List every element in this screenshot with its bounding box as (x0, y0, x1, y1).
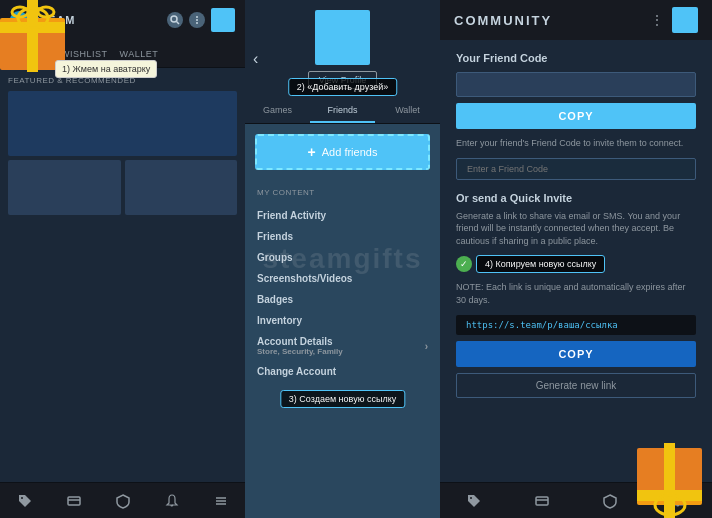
left-panel: STEAM (0, 0, 245, 518)
content-groups[interactable]: Groups (257, 247, 428, 268)
middle-panel: steamgifts ‹ View Profile 2) «Добавить д… (245, 0, 440, 518)
bell-icon[interactable] (163, 492, 181, 510)
header-icons (167, 8, 235, 32)
community-bell-icon[interactable] (669, 492, 687, 510)
content-change-account[interactable]: Change Account (257, 361, 428, 382)
tag-icon[interactable] (16, 492, 34, 510)
enter-code-input[interactable] (456, 158, 696, 180)
game-card-1[interactable] (8, 160, 121, 215)
user-avatar-left[interactable] (211, 8, 235, 32)
back-arrow[interactable]: ‹ (253, 50, 258, 68)
content-account-details[interactable]: Account Details Store, Security, Family … (257, 331, 428, 361)
annotation-tooltip-4: 4) Копируем новую ссылку (476, 255, 605, 273)
community-more-icon[interactable]: ⋮ (650, 12, 664, 28)
svg-point-0 (171, 16, 177, 22)
add-friends-button[interactable]: + Add friends (255, 134, 430, 170)
svg-line-1 (177, 22, 180, 25)
featured-game-card[interactable] (8, 91, 237, 156)
bottom-nav-left (0, 482, 245, 518)
profile-avatar[interactable] (315, 10, 370, 65)
quick-invite-title: Or send a Quick Invite (456, 192, 696, 204)
search-icon[interactable] (167, 12, 183, 28)
community-title: COMMUNITY (454, 13, 642, 28)
account-details-label: Account Details (257, 336, 343, 347)
arrow-icon: › (425, 341, 428, 352)
bottom-nav-community (440, 482, 712, 518)
svg-point-3 (196, 19, 198, 21)
expire-text: NOTE: Each link is unique and automatica… (456, 281, 696, 306)
community-avatar[interactable] (672, 7, 698, 33)
main-wrapper: STEAM (0, 0, 712, 518)
link-display: https://s.team/p/ваша/ccылка (456, 315, 696, 335)
check-icon: ✓ (456, 256, 472, 272)
content-friend-activity[interactable]: Friend Activity (257, 205, 428, 226)
svg-point-4 (196, 22, 198, 24)
right-panel: COMMUNITY ⋮ Your Friend Code COPY Enter … (440, 0, 712, 518)
content-friends[interactable]: Friends (257, 226, 428, 247)
copy-friend-code-button[interactable]: COPY (456, 103, 696, 129)
annotation-4-row: ✓ 4) Копируем новую ссылку (456, 255, 605, 273)
svg-point-2 (196, 16, 198, 18)
annotation-tooltip-3: 3) Создаем новую ссылку (280, 390, 405, 408)
friend-code-title: Your Friend Code (456, 52, 696, 64)
community-tag-icon[interactable] (465, 492, 483, 510)
content-badges[interactable]: Badges (257, 289, 428, 310)
content-inventory[interactable]: Inventory (257, 310, 428, 331)
generate-link-button[interactable]: Generate new link (456, 373, 696, 398)
quick-invite-desc: Generate a link to share via email or SM… (456, 210, 696, 248)
community-header: COMMUNITY ⋮ (440, 0, 712, 40)
annotation-tooltip-2: 2) «Добавить друзей» (288, 78, 398, 96)
steam-header: STEAM (0, 0, 245, 40)
my-content-label: MY CONTENT (257, 188, 428, 197)
annotation-tooltip-1: 1) Жмем на аватарку (55, 60, 157, 78)
community-content: Your Friend Code COPY Enter your friend'… (440, 40, 712, 482)
steam-icon (10, 11, 28, 29)
invite-text: Enter your friend's Friend Code to invit… (456, 137, 696, 150)
game-cards (8, 91, 237, 215)
nav-menu[interactable]: MENU ▾ (6, 45, 55, 63)
copy-link-button[interactable]: COPY (456, 341, 696, 367)
account-details-sub: Store, Security, Family (257, 347, 343, 356)
shield-icon[interactable] (114, 492, 132, 510)
steam-title: STEAM (32, 14, 76, 26)
tab-friends[interactable]: Friends (310, 99, 375, 123)
plus-icon: + (308, 144, 316, 160)
content-screenshots[interactable]: Screenshots/Videos (257, 268, 428, 289)
left-content: FEATURED & RECOMMENDED (0, 68, 245, 482)
svg-rect-6 (68, 497, 80, 505)
steam-logo: STEAM (10, 11, 76, 29)
friend-code-input[interactable] (456, 72, 696, 97)
tab-wallet[interactable]: Wallet (375, 99, 440, 123)
svg-rect-12 (536, 497, 548, 505)
my-content-section: MY CONTENT Friend Activity Friends Group… (245, 180, 440, 518)
menu-icon[interactable] (212, 492, 230, 510)
community-card-icon[interactable] (533, 492, 551, 510)
svg-point-5 (21, 497, 23, 499)
add-friends-label: Add friends (322, 146, 378, 158)
card-icon[interactable] (65, 492, 83, 510)
tab-games[interactable]: Games (245, 99, 310, 123)
community-shield-icon[interactable] (601, 492, 619, 510)
svg-point-11 (470, 497, 472, 499)
more-icon[interactable] (189, 12, 205, 28)
game-card-2[interactable] (125, 160, 238, 215)
middle-tabs: Games Friends Wallet (245, 99, 440, 124)
